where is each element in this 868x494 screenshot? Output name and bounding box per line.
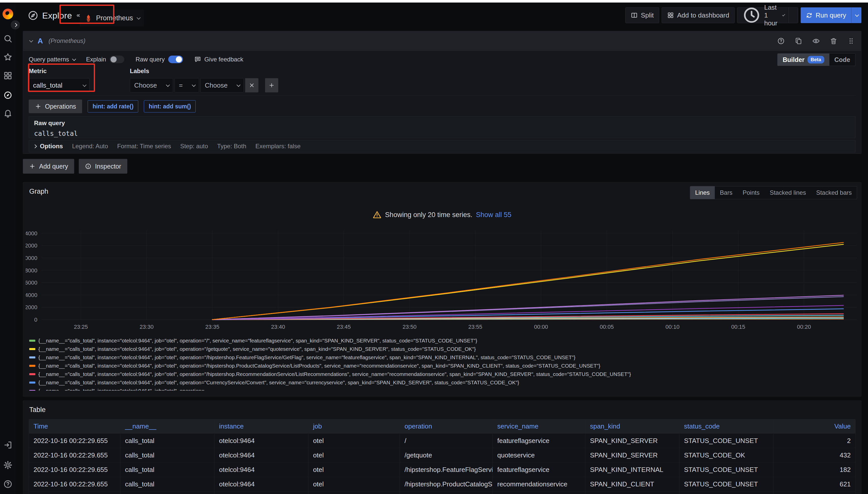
graph-style-bars[interactable]: Bars — [715, 186, 737, 199]
help-icon[interactable] — [3, 479, 13, 489]
explore-nav-icon[interactable] — [3, 90, 13, 100]
give-feedback-link[interactable]: Give feedback — [194, 56, 243, 63]
table-cell: STATUS_CODE_UNSET — [680, 477, 774, 492]
query-row-header[interactable]: A (Prometheus) — [23, 31, 862, 51]
delete-query-trash-icon[interactable] — [830, 37, 837, 45]
inspector-button[interactable]: Inspector — [79, 159, 127, 174]
dashboards-icon[interactable] — [3, 71, 13, 81]
query-help-icon[interactable] — [777, 37, 785, 45]
table-cell: otel — [308, 492, 400, 494]
starred-icon[interactable] — [3, 52, 13, 62]
alerting-icon[interactable] — [3, 108, 13, 118]
legend-item[interactable]: {__name__="calls_total", instance="otelc… — [29, 345, 857, 353]
raw-query-label: Raw query — [135, 56, 165, 63]
table-row[interactable]: 2022-10-16 00:22:29.655calls_totalotelco… — [29, 492, 855, 494]
remove-label-filter-button[interactable] — [245, 78, 258, 92]
legend-color-chip — [29, 373, 35, 375]
raw-query-toggle[interactable] — [168, 56, 183, 63]
options-expand-icon[interactable] — [33, 144, 37, 148]
run-query-dropdown[interactable] — [851, 7, 862, 23]
refresh-icon — [806, 12, 813, 19]
add-to-dashboard-button[interactable]: Add to dashboard — [662, 7, 735, 23]
settings-gear-icon[interactable] — [3, 460, 13, 470]
table-cell: 2022-10-16 00:22:29.655 — [29, 462, 121, 477]
graph-legend: {__name__="calls_total", instance="otelc… — [29, 336, 857, 391]
labels-label: Labels — [130, 68, 278, 75]
graph-style-stacked-bars[interactable]: Stacked bars — [811, 186, 857, 199]
table-cell: otel — [308, 462, 400, 477]
graph-panel: Graph LinesBarsPointsStacked linesStacke… — [23, 182, 862, 397]
label-value-select[interactable]: Choose — [200, 78, 244, 92]
grafana-logo-icon[interactable] — [2, 8, 13, 19]
graph-style-stacked-lines[interactable]: Stacked lines — [764, 186, 811, 199]
legend-label: {__name__="calls_total", instance="otelc… — [38, 380, 519, 386]
drag-handle-icon[interactable] — [847, 37, 855, 45]
search-icon[interactable] — [3, 34, 13, 44]
x-axis-tick: 23:30 — [140, 324, 153, 330]
column-header-status-code[interactable]: status_code — [680, 419, 774, 434]
table-row[interactable]: 2022-10-16 00:22:29.655calls_totalotelco… — [29, 448, 855, 462]
table-cell: otelcol:9464 — [215, 448, 308, 462]
query-ref-id[interactable]: A — [38, 37, 43, 45]
legend-item[interactable]: {__name__="calls_total", instance="otelc… — [29, 336, 857, 345]
label-name-select[interactable]: Choose — [130, 78, 173, 92]
query-patterns-dropdown[interactable]: Query patterns — [29, 56, 75, 63]
builder-mode-tab[interactable]: BuilderBeta — [778, 54, 829, 66]
legend-item[interactable]: {__name__="calls_total", instance="otelc… — [29, 361, 857, 370]
legend-item[interactable]: {__name__="calls_total", instance="otelc… — [29, 387, 857, 391]
zoom-out-time-button[interactable] — [789, 7, 798, 23]
time-series-chart[interactable]: 0200040006000800010000120001400023:2523:… — [26, 225, 859, 336]
run-query-button[interactable]: Run query — [801, 7, 862, 23]
table-cell: otelcol:9464 — [215, 477, 308, 492]
metric-select[interactable]: calls_total — [29, 78, 90, 92]
plus-icon — [29, 163, 36, 170]
explain-toggle[interactable] — [109, 56, 124, 63]
raw-query-value: calls_total — [34, 130, 850, 137]
time-range-picker[interactable]: Last 1 hour — [737, 7, 789, 23]
hint-add-sum-button[interactable]: hint: add sum() — [144, 100, 196, 112]
copy-query-icon[interactable] — [795, 37, 802, 45]
table-cell: 2022-10-16 00:22:29.655 — [29, 477, 121, 492]
legend-color-chip — [29, 340, 35, 342]
table-row[interactable]: 2022-10-16 00:22:29.655calls_totalotelco… — [29, 434, 855, 448]
table-cell: otelcol:9464 — [215, 462, 308, 477]
column-header-service-name[interactable]: service_name — [493, 419, 585, 434]
prometheus-icon — [84, 14, 92, 22]
column-header-job[interactable]: job — [308, 419, 400, 434]
sidebar-expand-button[interactable] — [10, 20, 20, 30]
table-cell: /hipstershop.Recommendation… — [400, 492, 493, 494]
legend-color-chip — [29, 356, 35, 358]
table-cell: otel — [308, 448, 400, 462]
graph-style-points[interactable]: Points — [737, 186, 764, 199]
column-header-time[interactable]: Time — [29, 419, 121, 434]
column-header-span-kind[interactable]: span_kind — [585, 419, 680, 434]
show-all-series-link[interactable]: Show all 55 — [476, 211, 511, 219]
legend-label: {__name__="calls_total", instance="otelc… — [38, 371, 631, 377]
column-header--name-[interactable]: __name__ — [121, 419, 215, 434]
table-cell: STATUS_CODE_UNSET — [680, 492, 774, 494]
operations-button[interactable]: Operations — [29, 99, 82, 113]
legend-item[interactable]: {__name__="calls_total", instance="otelc… — [29, 378, 857, 387]
sign-in-icon[interactable] — [3, 440, 13, 450]
label-operator-select[interactable]: = — [175, 78, 199, 92]
browser-edge — [0, 0, 868, 2]
table-row[interactable]: 2022-10-16 00:22:29.655calls_totalotelco… — [29, 462, 855, 477]
hide-response-eye-icon[interactable] — [812, 37, 820, 45]
column-header-value[interactable]: Value — [774, 419, 855, 434]
table-cell: recommendationservice — [493, 477, 585, 492]
hint-add-rate-button[interactable]: hint: add rate() — [88, 100, 138, 112]
split-button[interactable]: Split — [625, 7, 659, 23]
datasource-picker[interactable]: Prometheus — [80, 10, 144, 26]
column-header-operation[interactable]: operation — [400, 419, 493, 434]
add-label-filter-button[interactable] — [265, 78, 278, 92]
add-query-button[interactable]: Add query — [23, 159, 74, 174]
legend-item[interactable]: {__name__="calls_total", instance="otelc… — [29, 353, 857, 361]
code-mode-tab[interactable]: Code — [829, 54, 855, 66]
column-header-instance[interactable]: instance — [215, 419, 308, 434]
warning-triangle-icon — [373, 210, 381, 219]
legend-item[interactable]: {__name__="calls_total", instance="otelc… — [29, 370, 857, 378]
graph-style-lines[interactable]: Lines — [690, 186, 715, 199]
query-options-bar[interactable]: Options Legend: AutoFormat: Time seriesS… — [29, 140, 855, 152]
collapse-query-icon[interactable] — [29, 38, 33, 42]
table-row[interactable]: 2022-10-16 00:22:29.655calls_totalotelco… — [29, 477, 855, 492]
